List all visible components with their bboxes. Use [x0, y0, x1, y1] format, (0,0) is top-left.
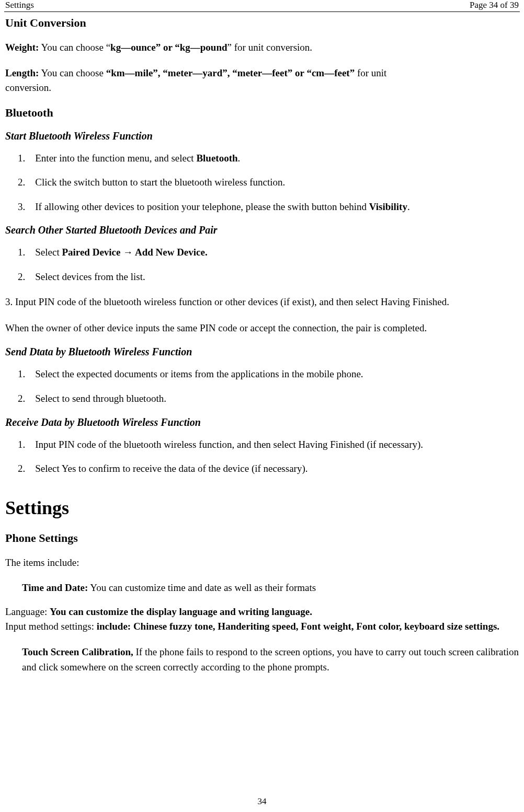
start-item-1: 1. Enter into the function menu, and sel…: [5, 152, 519, 166]
weight-bold: kg—ounce” or “kg—pound: [110, 42, 227, 53]
receive1-text: Input PIN code of the bluetooth wireless…: [35, 439, 423, 450]
phone-settings-heading: Phone Settings: [5, 531, 519, 545]
num-s2: 2.: [18, 271, 25, 282]
time-label: Time and Date:: [22, 582, 88, 593]
num-s1: 1.: [18, 247, 25, 258]
send1-text: Select the expected documents or items f…: [35, 368, 363, 379]
start1-post: .: [238, 153, 241, 164]
language-para: Language: You can customize the display …: [5, 606, 519, 618]
length-bold: “km—mile”, “meter—yard”, “meter—feet” or…: [106, 67, 355, 78]
time-date-para: Time and Date: You can customize time an…: [22, 581, 519, 596]
start3-bold: Visibility: [369, 201, 407, 212]
bluetooth-heading: Bluetooth: [5, 106, 519, 120]
header-left: Settings: [5, 0, 34, 10]
header-right: Page 34 of 39: [470, 0, 519, 10]
send-item-2: 2. Select to send through bluetooth.: [5, 392, 519, 406]
lang-bold: You can customize the display language a…: [50, 606, 312, 617]
lang-pre: Language:: [5, 606, 50, 617]
receive-item-2: 2. Select Yes to confirm to receive the …: [5, 462, 519, 476]
start-item-3: 3. If allowing other devices to position…: [5, 200, 519, 214]
send2-text: Select to send through bluetooth.: [35, 393, 166, 404]
length-label: Length:: [5, 67, 39, 78]
start-bluetooth-heading: Start Bluetooth Wireless Function: [5, 130, 519, 142]
touch-calibration-para: Touch Screen Calibration, If the phone f…: [22, 645, 519, 675]
search2-text: Select devices from the list.: [35, 271, 145, 282]
weight-pre: You can choose “: [39, 42, 110, 53]
start3-post: .: [407, 201, 410, 212]
length-post1: for unit: [355, 67, 386, 78]
page-footer: 34: [0, 796, 524, 807]
search-heading: Search Other Started Bluetooth Devices a…: [5, 224, 519, 236]
page-header: Settings Page 34 of 39: [4, 0, 520, 12]
search1-pre: Select: [35, 247, 62, 258]
num-1: 1.: [18, 153, 25, 164]
length-post2: conversion.: [5, 82, 51, 93]
input-pre: Input method settings:: [5, 621, 97, 632]
num-sd2: 2.: [18, 393, 25, 404]
num-2: 2.: [18, 177, 25, 188]
start1-pre: Enter into the function menu, and select: [35, 153, 196, 164]
receive2-text: Select Yes to confirm to receive the dat…: [35, 463, 307, 474]
length-para: Length: You can choose “km—mile”, “meter…: [5, 66, 519, 96]
start3-pre: If allowing other devices to position yo…: [35, 201, 369, 212]
send-item-1: 1. Select the expected documents or item…: [5, 367, 519, 381]
settings-heading: Settings: [5, 497, 519, 519]
weight-label: Weight:: [5, 42, 39, 53]
search-item-2: 2. Select devices from the list.: [5, 270, 519, 284]
search-item-1: 1. Select Paired Device → Add New Device…: [5, 246, 519, 260]
receive-heading: Receive Data by Bluetooth Wireless Funct…: [5, 416, 519, 428]
start-item-2: 2. Click the switch button to start the …: [5, 176, 519, 190]
num-r1: 1.: [18, 439, 25, 450]
num-3: 3.: [18, 201, 25, 212]
touch-label: Touch Screen Calibration,: [22, 646, 133, 657]
length-mid: You can choose: [39, 67, 106, 78]
num-sd1: 1.: [18, 368, 25, 379]
input-bold: include: Chinese fuzzy tone, Handeriting…: [97, 621, 499, 632]
page-number: 34: [258, 796, 267, 806]
send-heading: Send Dtata by Bluetooth Wireless Functio…: [5, 346, 519, 358]
time-text: You can customize time and date as well …: [88, 582, 316, 593]
search-item-3: 3. Input PIN code of the bluetooth wirel…: [5, 294, 519, 310]
num-r2: 2.: [18, 463, 25, 474]
weight-para: Weight: You can choose “kg—ounce” or “kg…: [5, 40, 519, 55]
weight-post: ” for unit conversion.: [227, 42, 313, 53]
start1-bold: Bluetooth: [196, 153, 237, 164]
search-note: When the owner of other device inputs th…: [5, 321, 519, 336]
start2-text: Click the switch button to start the blu…: [35, 177, 285, 188]
page-content: Unit Conversion Weight: You can choose “…: [4, 12, 520, 675]
receive-item-1: 1. Input PIN code of the bluetooth wirel…: [5, 438, 519, 452]
search1-bold: Paired Device → Add New Device.: [62, 247, 207, 258]
unit-conversion-heading: Unit Conversion: [5, 16, 519, 30]
input-method-para: Input method settings: include: Chinese …: [5, 619, 519, 634]
items-include: The items include:: [5, 555, 519, 571]
